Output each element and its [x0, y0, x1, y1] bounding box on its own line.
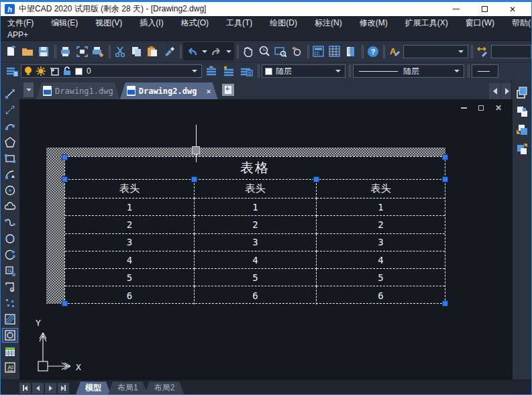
- tab-model[interactable]: 模型: [76, 382, 111, 394]
- tab-drawing1[interactable]: Drawing1.dwg: [36, 82, 120, 99]
- table-cell[interactable]: 2: [65, 216, 195, 233]
- polyline-button[interactable]: [2, 119, 18, 133]
- revcloud-button[interactable]: [2, 199, 18, 214]
- text-style-combo[interactable]: [403, 45, 469, 58]
- linetype-combo[interactable]: 随层: [353, 64, 464, 78]
- polygon-button[interactable]: [2, 135, 18, 150]
- copy-button[interactable]: [128, 44, 144, 60]
- tab-scroll-left-button[interactable]: [489, 83, 500, 99]
- layer-previous-button[interactable]: [203, 63, 219, 79]
- layer-isolate-button[interactable]: [238, 63, 254, 79]
- table-cell[interactable]: 3: [317, 234, 445, 251]
- menu-view[interactable]: 视图(V): [95, 17, 122, 29]
- color-combo[interactable]: 随层: [262, 64, 345, 78]
- table-header-cell[interactable]: 表头: [65, 180, 195, 199]
- tab-layout2[interactable]: 布局2: [145, 382, 184, 394]
- print-button[interactable]: [58, 44, 73, 60]
- menu-help[interactable]: 帮助(H): [512, 17, 532, 29]
- table-title-cell[interactable]: 表格: [65, 157, 445, 180]
- layer-unlock-icon[interactable]: [63, 66, 71, 76]
- grip-bottom-left[interactable]: [62, 300, 68, 306]
- paste-button[interactable]: [145, 44, 160, 60]
- open-file-button[interactable]: [19, 44, 35, 60]
- menu-dimension[interactable]: 标注(N): [315, 17, 342, 29]
- table-cell[interactable]: 1: [65, 199, 195, 216]
- xline-button[interactable]: [2, 103, 18, 117]
- menu-express-tools[interactable]: 扩展工具(X): [405, 17, 448, 29]
- cad-table[interactable]: 表格 表头 表头 表头 1 1 1 2 2 2 3 3 3 4 4 4 5 5 …: [64, 156, 445, 304]
- table-cell[interactable]: 2: [317, 216, 445, 233]
- table-button[interactable]: [2, 344, 18, 359]
- tab-layout1[interactable]: 布局1: [108, 382, 148, 394]
- pan-button[interactable]: [240, 44, 255, 60]
- dim-style-button[interactable]: [474, 44, 490, 60]
- tab-drawing2[interactable]: Drawing2.dwg ✕: [120, 82, 218, 99]
- table-cell[interactable]: 1: [317, 199, 445, 216]
- layer-properties-button[interactable]: [3, 63, 19, 79]
- table-cell[interactable]: 5: [65, 269, 195, 286]
- table-cell[interactable]: 6: [65, 286, 195, 304]
- mtext-button[interactable]: A: [2, 360, 18, 375]
- table-header-cell[interactable]: 表头: [317, 180, 445, 199]
- plot-button[interactable]: [91, 44, 106, 60]
- table-cell[interactable]: 5: [317, 269, 445, 286]
- table-cell[interactable]: 6: [195, 286, 317, 304]
- tab-list-dropdown-button[interactable]: [23, 82, 34, 97]
- design-center-button[interactable]: [343, 44, 359, 60]
- redo-button[interactable]: [209, 44, 225, 60]
- mdi-minimize-button[interactable]: [459, 103, 468, 113]
- table-cell[interactable]: 6: [317, 286, 445, 304]
- menu-app-plus[interactable]: APP+: [7, 30, 28, 40]
- print-preview-button[interactable]: [74, 44, 89, 60]
- mdi-restore-button[interactable]: [476, 103, 486, 113]
- table-cell[interactable]: 4: [65, 251, 195, 269]
- last-layout-button[interactable]: [58, 383, 69, 394]
- send-under-button[interactable]: [514, 142, 530, 156]
- region-button[interactable]: [2, 328, 18, 343]
- layer-thaw-sun-icon[interactable]: [36, 66, 46, 76]
- layer-combo-arrow-icon[interactable]: [192, 70, 197, 72]
- maximize-button[interactable]: [479, 4, 490, 15]
- dim-style-combo[interactable]: [491, 45, 532, 58]
- rectangle-button[interactable]: [2, 151, 18, 166]
- minimize-button[interactable]: [451, 4, 462, 15]
- quick-calc-button[interactable]: [327, 44, 342, 60]
- table-cell[interactable]: 5: [195, 269, 317, 286]
- zoom-window-button[interactable]: [272, 44, 288, 60]
- prev-layout-button[interactable]: [32, 383, 44, 394]
- send-to-back-button[interactable]: [514, 104, 530, 119]
- spline-button[interactable]: [2, 215, 18, 230]
- format-painter-button[interactable]: [161, 44, 176, 60]
- table-cell[interactable]: 1: [195, 199, 317, 216]
- line-button[interactable]: [2, 87, 18, 101]
- table-cell[interactable]: 3: [195, 234, 317, 251]
- redo-dropdown-arrow-icon[interactable]: [226, 50, 231, 53]
- grip-mid-right[interactable]: [442, 176, 448, 182]
- bring-to-front-button[interactable]: [514, 85, 530, 100]
- table-cell[interactable]: 4: [195, 251, 317, 269]
- properties-palette-button[interactable]: [311, 44, 326, 60]
- first-layout-button[interactable]: [19, 383, 31, 394]
- help-button[interactable]: ?: [365, 44, 380, 60]
- tab-close-icon[interactable]: ✕: [206, 87, 211, 96]
- menu-insert[interactable]: 插入(I): [140, 17, 163, 29]
- grip-mid-left[interactable]: [62, 176, 68, 182]
- table-cell[interactable]: 4: [317, 251, 445, 269]
- mdi-close-button[interactable]: ✕: [494, 103, 503, 113]
- layer-states-button[interactable]: [221, 63, 237, 79]
- grip-bottom-right[interactable]: [442, 300, 448, 306]
- close-button[interactable]: ✕: [507, 4, 518, 15]
- menu-tools[interactable]: 工具(T): [226, 17, 252, 29]
- undo-dropdown-arrow-icon[interactable]: [202, 50, 207, 53]
- menu-window[interactable]: 窗口(W): [466, 17, 494, 29]
- menu-modify[interactable]: 修改(M): [360, 17, 388, 29]
- menu-file[interactable]: 文件(F): [7, 17, 34, 29]
- arc-button[interactable]: [2, 167, 18, 182]
- make-block-button[interactable]: [2, 280, 18, 294]
- circle-button[interactable]: [2, 183, 18, 198]
- save-button[interactable]: [36, 44, 52, 60]
- insert-block-button[interactable]: [2, 264, 18, 278]
- layer-viewport-freeze-icon[interactable]: [50, 67, 59, 76]
- menu-format[interactable]: 格式(O): [181, 17, 209, 29]
- grip-top-left[interactable]: [62, 154, 68, 160]
